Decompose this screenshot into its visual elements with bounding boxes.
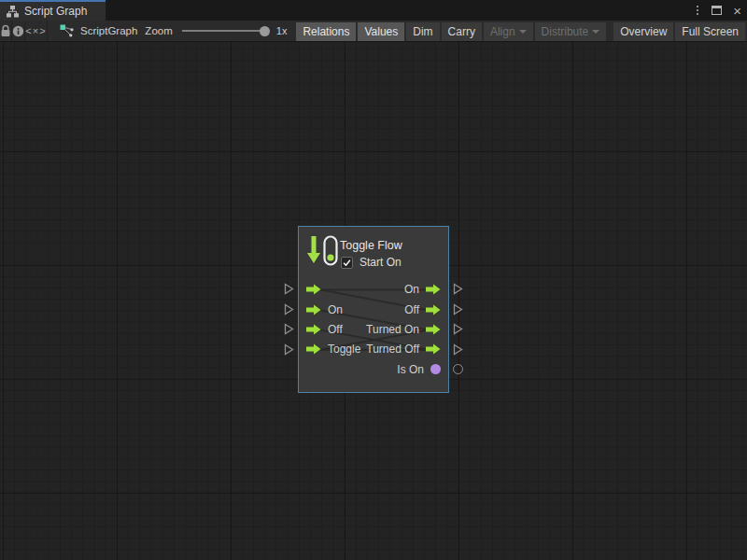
full-screen-label: Full Screen: [682, 25, 739, 38]
flow-arrow-icon: [426, 324, 441, 335]
dim-label: Dim: [413, 25, 432, 38]
output-port-off[interactable]: Off: [404, 300, 441, 319]
flow-arrow-icon: [306, 284, 321, 295]
checkmark-icon: [342, 257, 352, 269]
lock-icon: [0, 24, 11, 37]
graph-canvas[interactable]: Toggle Flow Start On On Off: [0, 42, 747, 560]
maximize-icon[interactable]: [712, 6, 722, 15]
port-label: Off: [328, 323, 343, 336]
input-connector-triangle[interactable]: [284, 323, 294, 335]
graph-toolbar: <×> ScriptGraph Zoom 1x Relations Value: [0, 21, 747, 42]
input-connector-triangle[interactable]: [284, 303, 294, 315]
toggle-flow-icon: [306, 234, 338, 268]
graph-reference[interactable]: ScriptGraph: [48, 24, 137, 38]
align-dropdown[interactable]: Align: [484, 22, 533, 41]
port-label: Is On: [397, 363, 424, 376]
output-port-turned-on[interactable]: Turned On: [366, 319, 441, 339]
toolbar-buttons: Relations Values Dim Carry Align Distrib…: [296, 21, 747, 41]
close-icon[interactable]: ×: [731, 4, 743, 18]
flow-arrow-icon: [306, 324, 321, 335]
zoom-slider[interactable]: [182, 30, 270, 32]
tab-label: Script Graph: [24, 5, 87, 18]
values-label: Values: [364, 25, 398, 38]
relations-toggle[interactable]: Relations: [296, 22, 356, 41]
script-graph-window: Script Graph × <×>: [0, 0, 747, 560]
port-label: Turned Off: [366, 343, 419, 356]
start-on-label: Start On: [359, 256, 402, 269]
output-port-turned-off[interactable]: Turned Off: [366, 339, 441, 358]
info-button[interactable]: [12, 21, 25, 41]
input-connector-triangle[interactable]: [284, 283, 294, 295]
flow-arrow-icon: [426, 284, 441, 295]
distribute-label: Distribute: [542, 25, 589, 38]
input-port-on[interactable]: On: [306, 300, 343, 319]
output-connector-triangle[interactable]: [453, 323, 463, 335]
output-connector-triangle[interactable]: [453, 343, 463, 356]
node-title: Toggle Flow: [340, 239, 402, 252]
distribute-dropdown[interactable]: Distribute: [535, 22, 607, 41]
output-connector-triangle[interactable]: [453, 283, 463, 295]
values-toggle[interactable]: Values: [358, 22, 404, 41]
output-port-is-on[interactable]: Is On: [397, 359, 441, 379]
chevron-down-icon: [519, 30, 527, 34]
flow-arrow-icon: [306, 343, 321, 355]
tab-script-graph[interactable]: Script Graph: [0, 0, 106, 21]
start-on-checkbox[interactable]: [341, 257, 353, 269]
port-label: Off: [404, 303, 419, 316]
script-graph-icon: [60, 24, 74, 38]
tab-bar: Script Graph ×: [0, 0, 747, 21]
code-preview-button[interactable]: <×>: [25, 21, 48, 41]
port-label: Turned On: [366, 323, 419, 336]
overview-button[interactable]: Overview: [613, 22, 673, 41]
overview-label: Overview: [620, 25, 667, 38]
chevron-down-icon: [592, 30, 599, 34]
output-connector-triangle[interactable]: [453, 303, 463, 315]
start-on-setting: Start On: [341, 256, 402, 269]
dim-toggle[interactable]: Dim: [406, 22, 439, 41]
flow-arrow-icon: [306, 304, 321, 315]
output-port-on[interactable]: On: [404, 279, 441, 299]
carry-toggle[interactable]: Carry: [442, 22, 482, 41]
flow-arrow-icon: [426, 343, 441, 355]
flow-arrow-icon: [426, 304, 441, 315]
port-label: On: [328, 303, 343, 316]
port-label: Toggle: [328, 343, 360, 356]
window-controls: ×: [693, 0, 743, 21]
boolean-value-port-icon: [430, 364, 441, 374]
graph-hierarchy-icon: [7, 6, 19, 18]
input-port-toggle[interactable]: Toggle: [306, 339, 360, 358]
input-port-enter[interactable]: [306, 279, 321, 299]
output-connector-circle[interactable]: [453, 364, 463, 374]
input-port-off[interactable]: Off: [306, 319, 343, 339]
relations-label: Relations: [303, 25, 349, 38]
carry-label: Carry: [448, 25, 475, 38]
align-label: Align: [490, 25, 515, 38]
code-icon: <×>: [25, 25, 46, 36]
full-screen-button[interactable]: Full Screen: [675, 22, 745, 41]
toggle-flow-node[interactable]: Toggle Flow Start On On Off: [298, 226, 449, 393]
zoom-control: Zoom 1x: [137, 25, 294, 36]
window-menu-icon[interactable]: [693, 4, 702, 17]
input-connector-triangle[interactable]: [284, 343, 294, 356]
info-icon: [12, 25, 24, 37]
graph-name-label: ScriptGraph: [80, 25, 137, 36]
port-label: On: [404, 283, 419, 296]
zoom-label: Zoom: [145, 25, 172, 36]
lock-button[interactable]: [0, 21, 12, 41]
zoom-slider-handle[interactable]: [260, 26, 270, 36]
zoom-value: 1x: [276, 25, 288, 36]
